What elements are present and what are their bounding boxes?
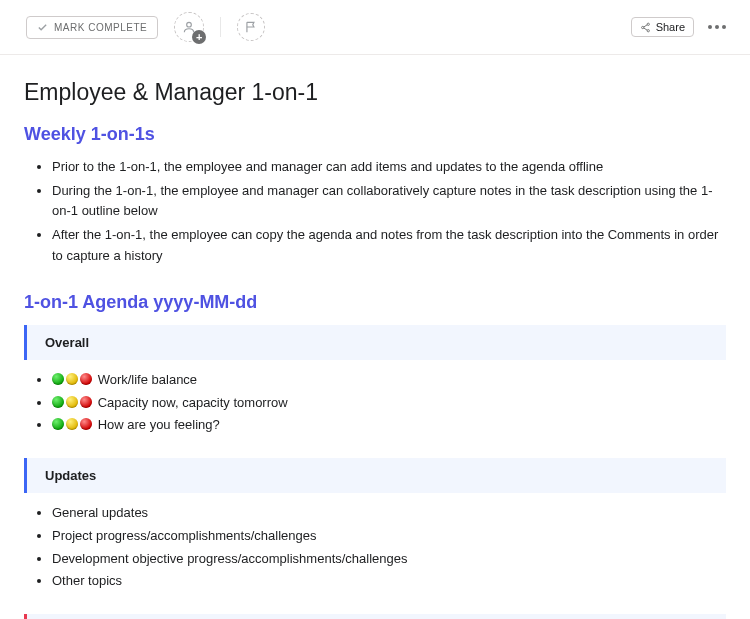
task-body: Employee & Manager 1-on-1 Weekly 1-on-1s… bbox=[0, 55, 750, 619]
updates-list: General updates Project progress/accompl… bbox=[24, 503, 726, 592]
overall-label: Overall bbox=[45, 335, 89, 350]
list-item: Work/life balance bbox=[52, 370, 726, 391]
more-options-button[interactable] bbox=[704, 21, 730, 33]
divider bbox=[220, 17, 221, 37]
share-icon bbox=[640, 22, 651, 33]
updates-heading-bar: Updates bbox=[24, 458, 726, 493]
status-dot-yellow bbox=[66, 418, 78, 430]
plus-icon: + bbox=[192, 30, 206, 44]
list-item: Project progress/accomplishments/challen… bbox=[52, 526, 726, 547]
flag-icon bbox=[244, 20, 258, 34]
svg-line-5 bbox=[643, 27, 647, 29]
list-item: Capacity now, capacity tomorrow bbox=[52, 393, 726, 414]
list-item: During the 1-on-1, the employee and mana… bbox=[52, 181, 726, 221]
svg-point-0 bbox=[187, 22, 192, 27]
status-dot-green bbox=[52, 396, 64, 408]
task-header: MARK COMPLETE + Share bbox=[0, 0, 750, 55]
weekly-heading: Weekly 1-on-1s bbox=[24, 124, 726, 145]
status-dot-yellow bbox=[66, 373, 78, 385]
status-dot-red bbox=[80, 418, 92, 430]
status-dot-green bbox=[52, 418, 64, 430]
list-item: General updates bbox=[52, 503, 726, 524]
item-text: Capacity now, capacity tomorrow bbox=[98, 395, 288, 410]
list-item: Development objective progress/accomplis… bbox=[52, 549, 726, 570]
overall-list: Work/life balance Capacity now, capacity… bbox=[24, 370, 726, 436]
header-left-group: MARK COMPLETE + bbox=[26, 12, 265, 42]
list-item: After the 1-on-1, the employee can copy … bbox=[52, 225, 726, 265]
status-dot-red bbox=[80, 373, 92, 385]
status-dot-green bbox=[52, 373, 64, 385]
status-dot-yellow bbox=[66, 396, 78, 408]
share-button[interactable]: Share bbox=[631, 17, 694, 37]
check-icon bbox=[37, 22, 48, 33]
mark-complete-label: MARK COMPLETE bbox=[54, 22, 147, 33]
header-right-group: Share bbox=[631, 17, 730, 37]
mark-complete-button[interactable]: MARK COMPLETE bbox=[26, 16, 158, 39]
svg-line-4 bbox=[643, 24, 647, 26]
share-label: Share bbox=[656, 21, 685, 33]
status-dot-red bbox=[80, 396, 92, 408]
item-text: How are you feeling? bbox=[98, 417, 220, 432]
list-item: Other topics bbox=[52, 571, 726, 592]
flag-button[interactable] bbox=[237, 13, 265, 41]
overall-heading-bar: Overall bbox=[24, 325, 726, 360]
updates-label: Updates bbox=[45, 468, 96, 483]
agenda-heading: 1-on-1 Agenda yyyy-MM-dd bbox=[24, 292, 726, 313]
page-title: Employee & Manager 1-on-1 bbox=[24, 79, 726, 106]
weekly-list: Prior to the 1-on-1, the employee and ma… bbox=[24, 157, 726, 266]
list-item: Prior to the 1-on-1, the employee and ma… bbox=[52, 157, 726, 177]
action-items-heading-bar: Action Items bbox=[24, 614, 726, 619]
item-text: Work/life balance bbox=[98, 372, 197, 387]
list-item: How are you feeling? bbox=[52, 415, 726, 436]
assignee-add-button[interactable]: + bbox=[174, 12, 204, 42]
